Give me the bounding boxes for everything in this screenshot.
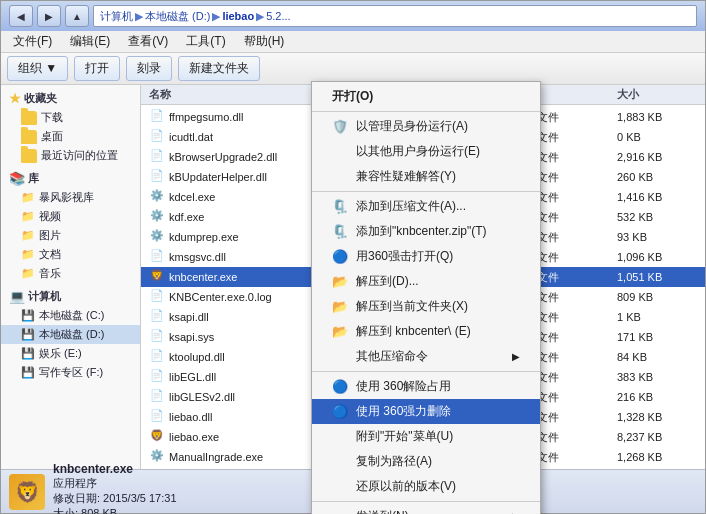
file-type: 文件 xyxy=(537,370,617,385)
file-size: 809 KB xyxy=(617,291,697,303)
ctx-menu-item-4[interactable]: 🗜️添加到"knbcenter.zip"(T) xyxy=(312,219,540,244)
ctx-item-label: 解压到(D)... xyxy=(356,273,419,290)
menu-help[interactable]: 帮助(H) xyxy=(236,31,293,52)
file-type-icon: 📄 xyxy=(149,289,165,305)
file-type-icon: ⚙️ xyxy=(149,209,165,225)
menu-bar: 文件(F) 编辑(E) 查看(V) 工具(T) 帮助(H) xyxy=(1,31,705,53)
sidebar-item-pictures[interactable]: 📁 图片 xyxy=(1,226,140,245)
ctx-item-label: 添加到"knbcenter.zip"(T) xyxy=(356,223,487,240)
ctx-menu-item-6[interactable]: 📂解压到(D)... xyxy=(312,269,540,294)
folder-icon: 📁 xyxy=(21,210,35,223)
ctx-item-label: 复制为路径(A) xyxy=(356,453,432,470)
file-type-icon: 📄 xyxy=(149,149,165,165)
file-type: 文件 xyxy=(537,230,617,245)
file-size: 2,916 KB xyxy=(617,151,697,163)
col-size[interactable]: 大小 xyxy=(617,87,697,102)
ctx-menu-item-3[interactable]: 🗜️添加到压缩文件(A)... xyxy=(312,194,540,219)
ctx-menu-item-15[interactable]: 发送到(N)▶ xyxy=(312,504,540,514)
library-title[interactable]: 📚 库 xyxy=(1,169,140,188)
file-name-label: libEGL.dll xyxy=(169,371,216,383)
ctx-item-icon: 🗜️ xyxy=(332,199,348,215)
ctx-menu-item-12[interactable]: 附到"开始"菜单(U) xyxy=(312,424,540,449)
ctx-menu-item-0[interactable]: 🛡️以管理员身份运行(A) xyxy=(312,114,540,139)
file-name-label: knbcenter.exe xyxy=(169,271,238,283)
sidebar-item-desktop[interactable]: 桌面 xyxy=(1,127,140,146)
file-name-label: ffmpegsumo.dll xyxy=(169,111,243,123)
file-type-icon: 📄 xyxy=(149,369,165,385)
menu-edit[interactable]: 编辑(E) xyxy=(62,31,118,52)
file-name-label: liebao.exe xyxy=(169,431,219,443)
sidebar-item-video-lib[interactable]: 📁 暴风影视库 xyxy=(1,188,140,207)
favorites-title[interactable]: ★ 收藏夹 xyxy=(1,89,140,108)
sidebar-item-d[interactable]: 💾 本地磁盘 (D:) xyxy=(1,325,140,344)
ctx-item-icon: 🔵 xyxy=(332,249,348,265)
computer-icon: 💻 xyxy=(9,289,25,304)
file-type-icon: 📄 xyxy=(149,409,165,425)
file-size: 1,416 KB xyxy=(617,191,697,203)
sidebar-item-f[interactable]: 💾 写作专区 (F:) xyxy=(1,363,140,382)
file-type: 文件 xyxy=(537,250,617,265)
ctx-item-label: 使用 360解险占用 xyxy=(356,378,451,395)
computer-title[interactable]: 💻 计算机 xyxy=(1,287,140,306)
forward-button[interactable]: ▶ xyxy=(37,5,61,27)
ctx-item-label: 解压到 knbcenter\ (E) xyxy=(356,323,471,340)
menu-tools[interactable]: 工具(T) xyxy=(178,31,233,52)
ctx-menu-item-14[interactable]: 还原以前的版本(V) xyxy=(312,474,540,499)
menu-view[interactable]: 查看(V) xyxy=(120,31,176,52)
ctx-menu-item-7[interactable]: 📂解压到当前文件夹(X) xyxy=(312,294,540,319)
file-type: 文件 xyxy=(537,170,617,185)
addr-version: 5.2... xyxy=(266,10,290,22)
file-type-icon: ⚙️ xyxy=(149,229,165,245)
burn-button[interactable]: 刻录 xyxy=(126,56,172,81)
ctx-menu-item-1[interactable]: 以其他用户身份运行(E) xyxy=(312,139,540,164)
back-button[interactable]: ◀ xyxy=(9,5,33,27)
up-button[interactable]: ▲ xyxy=(65,5,89,27)
status-type: 应用程序 xyxy=(53,476,177,491)
sidebar-item-download[interactable]: 下载 xyxy=(1,108,140,127)
favorites-section: ★ 收藏夹 下载 桌面 最近访问的位置 xyxy=(1,89,140,165)
open-button[interactable]: 打开 xyxy=(74,56,120,81)
sidebar-item-music[interactable]: 📁 音乐 xyxy=(1,264,140,283)
ctx-menu-item-2[interactable]: 兼容性疑难解答(Y) xyxy=(312,164,540,189)
sidebar-item-e[interactable]: 💾 娱乐 (E:) xyxy=(1,344,140,363)
context-menu: 开打(O)🛡️以管理员身份运行(A)以其他用户身份运行(E)兼容性疑难解答(Y)… xyxy=(311,81,541,514)
ctx-item-icon xyxy=(332,429,348,445)
ctx-item-label: 还原以前的版本(V) xyxy=(356,478,456,495)
ctx-menu-item-8[interactable]: 📂解压到 knbcenter\ (E) xyxy=(312,319,540,344)
ctx-item-label: 附到"开始"菜单(U) xyxy=(356,428,453,445)
explorer-window: ◀ ▶ ▲ 计算机 ▶ 本地磁盘 (D:) ▶ liebao ▶ 5.2... … xyxy=(0,0,706,514)
file-size: 8,237 KB xyxy=(617,431,697,443)
ctx-menu-item-10[interactable]: 🔵使用 360解险占用 xyxy=(312,374,540,399)
sidebar-item-docs[interactable]: 📁 文档 xyxy=(1,245,140,264)
ctx-item-label: 使用 360强力删除 xyxy=(356,403,451,420)
ctx-menu-item-9[interactable]: 其他压缩命令▶ xyxy=(312,344,540,369)
file-type-icon: 🦁 xyxy=(149,429,165,445)
folder-icon xyxy=(21,149,37,163)
file-type-icon: 📄 xyxy=(149,329,165,345)
file-size: 1,268 KB xyxy=(617,451,697,463)
sidebar: ★ 收藏夹 下载 桌面 最近访问的位置 📚 xyxy=(1,85,141,469)
library-section: 📚 库 📁 暴风影视库 📁 视频 📁 图片 📁 文档 xyxy=(1,169,140,283)
ctx-menu-item-5[interactable]: 🔵用360强击打开(Q) xyxy=(312,244,540,269)
file-name-label: kdf.exe xyxy=(169,211,204,223)
ctx-open-title[interactable]: 开打(O) xyxy=(312,84,540,109)
folder-icon: 📁 xyxy=(21,229,35,242)
menu-file[interactable]: 文件(F) xyxy=(5,31,60,52)
sidebar-item-video[interactable]: 📁 视频 xyxy=(1,207,140,226)
file-size: 383 KB xyxy=(617,371,697,383)
ctx-menu-item-11[interactable]: 🔵使用 360强力删除 xyxy=(312,399,540,424)
status-text: knbcenter.exe 应用程序 修改日期: 2015/3/5 17:31 … xyxy=(53,462,177,514)
status-size: 大小: 808 KB xyxy=(53,506,177,514)
ctx-menu-item-13[interactable]: 复制为路径(A) xyxy=(312,449,540,474)
sidebar-item-c[interactable]: 💾 本地磁盘 (C:) xyxy=(1,306,140,325)
ctx-item-label: 以管理员身份运行(A) xyxy=(356,118,468,135)
folder-icon: 📁 xyxy=(21,267,35,280)
organize-button[interactable]: 组织 ▼ xyxy=(7,56,68,81)
sidebar-item-recent[interactable]: 最近访问的位置 xyxy=(1,146,140,165)
disk-icon: 💾 xyxy=(21,366,35,379)
ctx-item-icon xyxy=(332,169,348,185)
star-icon: ★ xyxy=(9,91,21,106)
address-bar[interactable]: 计算机 ▶ 本地磁盘 (D:) ▶ liebao ▶ 5.2... xyxy=(93,5,697,27)
new-folder-button[interactable]: 新建文件夹 xyxy=(178,56,260,81)
file-size: 532 KB xyxy=(617,211,697,223)
